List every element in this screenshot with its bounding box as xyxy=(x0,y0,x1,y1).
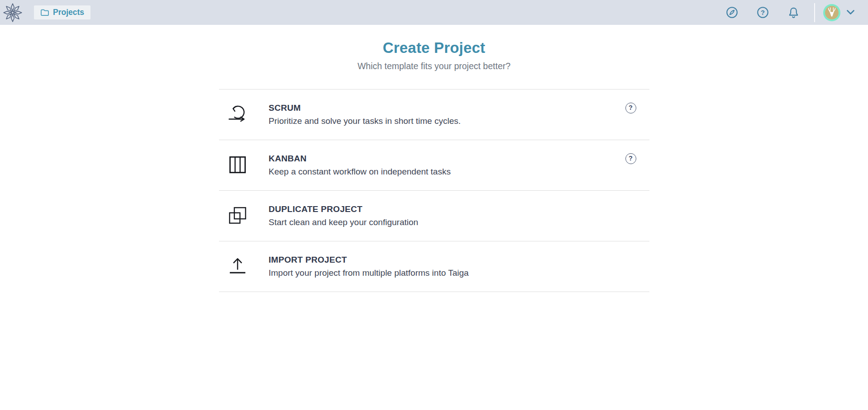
option-duplicate-project[interactable]: DUPLICATE PROJECT Start clean and keep y… xyxy=(219,190,649,241)
question-glyph: ? xyxy=(629,155,633,162)
notifications-bell-icon[interactable] xyxy=(787,6,800,19)
kanban-columns-icon xyxy=(228,156,247,174)
page-subtitle: Which template fits your project better? xyxy=(0,61,868,71)
scrum-cycle-icon xyxy=(228,105,247,124)
option-text: DUPLICATE PROJECT Start clean and keep y… xyxy=(269,204,419,227)
option-text: SCRUM Prioritize and solve your tasks in… xyxy=(269,103,461,126)
help-icon[interactable]: ? xyxy=(756,6,769,19)
scrum-help-icon[interactable]: ? xyxy=(625,103,636,113)
taiga-logo[interactable] xyxy=(1,0,24,25)
help-question-glyph: ? xyxy=(761,9,765,16)
option-description: Import your project from multiple platfo… xyxy=(269,268,469,278)
taiga-logo-icon xyxy=(2,2,23,23)
option-title: SCRUM xyxy=(269,103,461,113)
folder-icon xyxy=(40,9,49,16)
import-upload-icon xyxy=(228,257,247,276)
breadcrumb-projects-label: Projects xyxy=(53,8,84,17)
option-text: IMPORT PROJECT Import your project from … xyxy=(269,255,469,278)
option-description: Prioritize and solve your tasks in short… xyxy=(269,116,461,126)
user-avatar[interactable] xyxy=(823,4,840,21)
breadcrumb-projects-button[interactable]: Projects xyxy=(34,5,91,19)
option-title: DUPLICATE PROJECT xyxy=(269,204,419,214)
discover-compass-icon[interactable] xyxy=(725,6,738,19)
topbar-divider xyxy=(814,3,815,22)
option-import-project[interactable]: IMPORT PROJECT Import your project from … xyxy=(219,241,649,292)
template-options-list: SCRUM Prioritize and solve your tasks in… xyxy=(219,89,649,292)
option-title: IMPORT PROJECT xyxy=(269,255,469,265)
create-project-page: Create Project Which template fits your … xyxy=(0,38,868,292)
topbar: Projects ? xyxy=(0,0,868,25)
question-glyph: ? xyxy=(629,104,633,111)
option-description: Start clean and keep your configuration xyxy=(269,217,419,227)
duplicate-squares-icon xyxy=(228,206,247,225)
option-scrum[interactable]: SCRUM Prioritize and solve your tasks in… xyxy=(219,89,649,140)
page-title: Create Project xyxy=(0,38,868,57)
user-menu-chevron-down-icon[interactable] xyxy=(847,10,854,15)
deer-avatar-image xyxy=(823,4,840,21)
kanban-help-icon[interactable]: ? xyxy=(625,153,636,164)
option-text: KANBAN Keep a constant workflow on indep… xyxy=(269,154,451,177)
option-kanban[interactable]: KANBAN Keep a constant workflow on indep… xyxy=(219,140,649,190)
option-title: KANBAN xyxy=(269,154,451,164)
option-description: Keep a constant workflow on independent … xyxy=(269,167,451,177)
